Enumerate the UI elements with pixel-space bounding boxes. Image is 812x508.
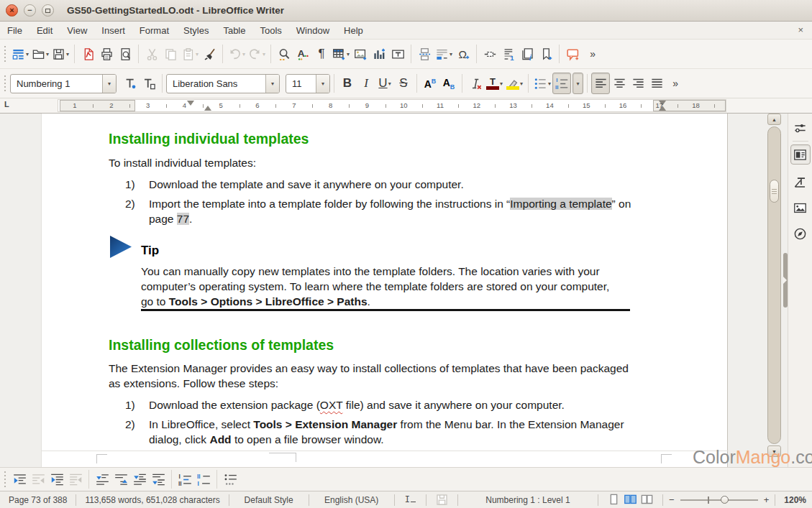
menu-format[interactable]: Format: [132, 22, 176, 39]
restart-numbering-button[interactable]: III: [194, 468, 213, 490]
left-indent-marker[interactable]: [204, 106, 211, 111]
ordered-list-dropdown[interactable]: ▾: [572, 73, 583, 94]
scrollbar-track[interactable]: [767, 126, 781, 444]
insert-chart-button[interactable]: [370, 43, 388, 65]
menu-window[interactable]: Window: [289, 22, 337, 39]
scroll-up-icon[interactable]: ▲: [767, 114, 781, 125]
chevron-down-icon[interactable]: ▾: [265, 75, 279, 93]
toolbar-drag-handle[interactable]: [2, 75, 7, 91]
window-maximize-icon[interactable]: [42, 4, 54, 17]
move-up-button[interactable]: [111, 468, 130, 490]
demote-one-level-button[interactable]: [10, 468, 29, 490]
print-preview-button[interactable]: [116, 43, 134, 65]
move-up-subpoints-button[interactable]: [149, 468, 168, 490]
new-document-button[interactable]: ▾: [10, 43, 30, 65]
subscript-button[interactable]: AB: [439, 73, 458, 94]
cross-reference-field[interactable]: Importing a template: [510, 198, 611, 210]
document-page[interactable]: Installing individual templates To insta…: [41, 114, 728, 467]
superscript-button[interactable]: AB: [421, 73, 439, 94]
clear-formatting-button[interactable]: [466, 73, 485, 94]
vertical-scrollbar[interactable]: ▲ ▼: [767, 114, 783, 467]
highlight-color-button[interactable]: ▾: [504, 73, 524, 94]
save-state-icon[interactable]: [426, 493, 457, 507]
zoom-level[interactable]: 120%: [775, 495, 812, 505]
window-close-icon[interactable]: ×: [6, 4, 18, 17]
ruler[interactable]: 123456789101112131415161718: [58, 99, 726, 112]
close-document-button[interactable]: ×: [795, 24, 806, 35]
align-right-button[interactable]: [629, 73, 647, 94]
clone-formatting-button[interactable]: [200, 43, 219, 65]
zoom-slider-knob[interactable]: [721, 496, 729, 504]
justify-button[interactable]: [647, 73, 666, 94]
print-button[interactable]: [97, 43, 116, 65]
scrollbar-thumb[interactable]: [770, 180, 779, 203]
sidebar-tab-navigator[interactable]: [790, 223, 811, 244]
move-down-subpoints-button[interactable]: [130, 468, 149, 490]
insert-unnumbered-entry-button[interactable]: III: [175, 468, 194, 490]
strikethrough-button[interactable]: S: [394, 73, 413, 94]
align-left-button[interactable]: [591, 73, 610, 94]
zoom-out-button[interactable]: −: [669, 494, 675, 505]
italic-button[interactable]: I: [357, 73, 375, 94]
formatting-marks-button[interactable]: ¶: [312, 43, 331, 65]
underline-button[interactable]: U▾: [375, 73, 394, 94]
chevron-down-icon[interactable]: ▾: [316, 75, 329, 93]
insert-comment-button[interactable]: [563, 43, 582, 65]
align-center-button[interactable]: [610, 73, 629, 94]
chevron-down-icon[interactable]: ▾: [102, 75, 116, 93]
toolbar-drag-handle[interactable]: [2, 46, 7, 62]
insert-table-button[interactable]: ▾: [331, 43, 351, 65]
chevron-down-icon[interactable]: ▾: [26, 51, 29, 57]
chevron-down-icon[interactable]: ▾: [66, 51, 69, 57]
menu-insert[interactable]: Insert: [94, 22, 132, 39]
sidebar-settings-button[interactable]: [790, 118, 811, 138]
move-down-button[interactable]: [93, 468, 111, 490]
insert-image-button[interactable]: [351, 43, 370, 65]
new-style-button[interactable]: [140, 73, 158, 94]
page-count[interactable]: Page 73 of 388: [0, 495, 76, 505]
insert-bookmark-button[interactable]: [537, 43, 555, 65]
insert-footnote-button[interactable]: 1: [499, 43, 518, 65]
spelling-button[interactable]: A: [293, 43, 312, 65]
word-count[interactable]: 113,658 words, 651,028 characters: [76, 495, 228, 505]
font-color-button[interactable]: T▾: [485, 73, 504, 94]
open-button[interactable]: ▾: [30, 43, 50, 65]
outline-level-indicator[interactable]: Numbering 1 : Level 1: [458, 495, 598, 505]
insert-textbox-button[interactable]: [388, 43, 407, 65]
page-style[interactable]: Default Style: [229, 495, 309, 505]
font-size-combo[interactable]: 11 ▾: [286, 74, 330, 93]
chevron-down-icon[interactable]: ▾: [46, 51, 49, 57]
insert-mode-indicator[interactable]: I: [395, 495, 426, 505]
toolbar-overflow-button[interactable]: »: [666, 73, 685, 94]
paragraph-style-combo[interactable]: Numbering 1 ▾: [10, 74, 117, 93]
sidebar-tab-properties[interactable]: [790, 144, 811, 165]
menu-help[interactable]: Help: [337, 22, 370, 39]
insert-field-button[interactable]: ▾: [434, 43, 454, 65]
page-break-button[interactable]: [415, 43, 434, 65]
menu-file[interactable]: File: [0, 22, 29, 39]
sidebar-tab-styles[interactable]: [790, 172, 811, 192]
demote-with-subpoints-button[interactable]: [47, 468, 66, 490]
insert-hyperlink-button[interactable]: [480, 43, 499, 65]
menu-tools[interactable]: Tools: [252, 22, 288, 39]
font-name-combo[interactable]: Liberation Sans ▾: [166, 74, 280, 93]
zoom-slider-track[interactable]: [680, 499, 758, 501]
save-button[interactable]: ▾: [50, 43, 70, 65]
multi-page-view-icon[interactable]: [624, 493, 637, 507]
ordered-list-button[interactable]: III: [552, 73, 571, 94]
menu-view[interactable]: View: [60, 22, 94, 39]
tab-stop-selector[interactable]: L: [4, 100, 9, 108]
book-view-icon[interactable]: [640, 493, 654, 507]
sidebar-tab-gallery[interactable]: [790, 198, 811, 218]
insert-endnote-button[interactable]: i: [518, 43, 537, 65]
toolbar-drag-handle[interactable]: [2, 471, 7, 487]
bullet-list-button[interactable]: ▾: [532, 73, 552, 94]
window-minimize-icon[interactable]: −: [24, 4, 36, 17]
menu-table[interactable]: Table: [216, 22, 252, 39]
bold-button[interactable]: B: [338, 73, 357, 94]
single-page-view-icon[interactable]: [607, 493, 621, 507]
special-character-button[interactable]: Ω: [454, 43, 473, 65]
update-style-button[interactable]: [121, 73, 140, 94]
export-pdf-button[interactable]: [78, 43, 97, 65]
menu-edit[interactable]: Edit: [29, 22, 60, 39]
